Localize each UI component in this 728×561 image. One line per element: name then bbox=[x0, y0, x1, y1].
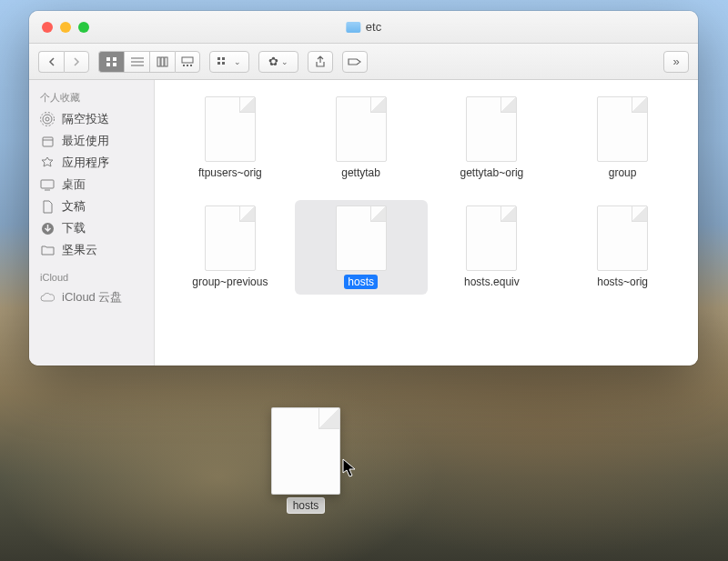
svg-rect-11 bbox=[183, 65, 185, 66]
minimize-button[interactable] bbox=[60, 22, 71, 33]
file-item[interactable]: hosts.equiv bbox=[431, 205, 553, 289]
finder-window: etc ⌄ ✿⌄ » 个人收藏 隔空投送 最近使用 bbox=[29, 11, 698, 366]
file-name: ftpusers~orig bbox=[195, 165, 266, 180]
file-item[interactable]: gettytab bbox=[300, 96, 422, 180]
svg-rect-10 bbox=[182, 57, 193, 63]
sidebar-item-label: 桌面 bbox=[62, 176, 86, 193]
nav-buttons bbox=[38, 51, 89, 73]
desktop-icon bbox=[40, 177, 55, 192]
window-title: etc bbox=[346, 20, 381, 34]
sidebar-item-label: 坚果云 bbox=[62, 242, 97, 258]
sidebar-item-label: 最近使用 bbox=[62, 133, 109, 149]
file-item[interactable]: gettytab~orig bbox=[431, 96, 553, 180]
cloud-icon bbox=[40, 290, 55, 305]
svg-rect-0 bbox=[106, 57, 110, 61]
sidebar: 个人收藏 隔空投送 最近使用 应用程序 桌面 文稿 bbox=[29, 80, 155, 366]
file-item[interactable]: hosts bbox=[295, 200, 428, 295]
document-icon bbox=[466, 205, 517, 271]
file-name: group bbox=[605, 165, 641, 180]
svg-rect-15 bbox=[222, 57, 225, 60]
document-icon bbox=[597, 96, 648, 162]
window-body: 个人收藏 隔空投送 最近使用 应用程序 桌面 文稿 bbox=[29, 80, 698, 366]
file-item[interactable]: hosts~orig bbox=[561, 205, 683, 289]
share-button[interactable] bbox=[308, 51, 333, 73]
document-icon bbox=[271, 407, 340, 495]
window-title-text: etc bbox=[366, 20, 381, 34]
file-name: hosts.equiv bbox=[460, 275, 523, 289]
dragged-file-label: hosts bbox=[287, 497, 326, 514]
recents-icon bbox=[40, 134, 55, 148]
action-button[interactable]: ✿⌄ bbox=[258, 51, 298, 73]
applications-icon bbox=[40, 155, 55, 170]
svg-rect-13 bbox=[190, 65, 192, 66]
svg-rect-12 bbox=[187, 65, 188, 66]
traffic-lights bbox=[29, 22, 89, 33]
column-view-button[interactable] bbox=[149, 51, 175, 73]
svg-rect-23 bbox=[41, 180, 54, 188]
view-switcher bbox=[98, 51, 200, 73]
sidebar-item-label: iCloud 云盘 bbox=[62, 289, 122, 306]
file-item[interactable]: group~previous bbox=[169, 205, 291, 289]
file-name: hosts~orig bbox=[593, 275, 652, 289]
document-icon bbox=[597, 205, 648, 271]
sidebar-item-label: 隔空投送 bbox=[62, 111, 109, 127]
svg-rect-9 bbox=[165, 57, 167, 66]
titlebar[interactable]: etc bbox=[29, 11, 698, 44]
file-item[interactable]: ftpusers~orig bbox=[169, 96, 291, 180]
sidebar-item-downloads[interactable]: 下载 bbox=[29, 217, 154, 239]
svg-rect-7 bbox=[157, 57, 160, 66]
svg-rect-16 bbox=[217, 62, 220, 65]
downloads-icon bbox=[40, 221, 55, 235]
sidebar-item-desktop[interactable]: 桌面 bbox=[29, 174, 154, 195]
file-name: gettytab~orig bbox=[457, 165, 528, 180]
favorites-header: 个人收藏 bbox=[29, 87, 154, 108]
dragged-file[interactable]: hosts bbox=[271, 407, 340, 514]
icloud-header: iCloud bbox=[29, 268, 154, 286]
toolbar: ⌄ ✿⌄ » bbox=[29, 44, 698, 80]
sidebar-item-icloud-drive[interactable]: iCloud 云盘 bbox=[29, 286, 154, 308]
file-name: hosts bbox=[344, 275, 378, 289]
svg-rect-2 bbox=[106, 63, 110, 66]
sidebar-item-documents[interactable]: 文稿 bbox=[29, 195, 154, 217]
document-icon bbox=[205, 96, 256, 162]
svg-rect-3 bbox=[113, 63, 116, 66]
file-name: group~previous bbox=[188, 275, 271, 289]
svg-rect-21 bbox=[43, 137, 53, 146]
group-by-button[interactable]: ⌄ bbox=[209, 51, 249, 73]
airdrop-icon bbox=[40, 112, 55, 126]
sidebar-item-label: 应用程序 bbox=[62, 155, 109, 171]
document-icon bbox=[336, 96, 387, 162]
svg-rect-1 bbox=[113, 57, 116, 61]
icon-view-button[interactable] bbox=[98, 51, 124, 73]
tags-button[interactable] bbox=[342, 51, 368, 73]
svg-point-18 bbox=[46, 117, 49, 121]
file-item[interactable]: group bbox=[561, 96, 683, 180]
svg-rect-8 bbox=[161, 57, 164, 66]
zoom-button[interactable] bbox=[78, 22, 89, 33]
file-grid-area[interactable]: ftpusers~origgettytabgettytab~origgroupg… bbox=[155, 80, 698, 366]
document-icon bbox=[205, 205, 256, 271]
back-button[interactable] bbox=[38, 51, 64, 73]
close-button[interactable] bbox=[42, 22, 53, 33]
file-name: gettytab bbox=[338, 165, 384, 180]
svg-rect-17 bbox=[222, 62, 225, 65]
folder-small-icon bbox=[40, 243, 55, 257]
sidebar-item-applications[interactable]: 应用程序 bbox=[29, 152, 154, 174]
document-icon bbox=[336, 205, 387, 271]
sidebar-item-label: 文稿 bbox=[62, 198, 86, 215]
sidebar-item-recents[interactable]: 最近使用 bbox=[29, 130, 154, 152]
gallery-view-button[interactable] bbox=[175, 51, 200, 73]
forward-button[interactable] bbox=[64, 51, 89, 73]
sidebar-item-airdrop[interactable]: 隔空投送 bbox=[29, 108, 154, 130]
svg-rect-14 bbox=[217, 57, 220, 60]
sidebar-item-nutstore[interactable]: 坚果云 bbox=[29, 239, 154, 261]
svg-point-19 bbox=[43, 115, 52, 124]
list-view-button[interactable] bbox=[124, 51, 149, 73]
sidebar-item-label: 下载 bbox=[62, 220, 86, 236]
documents-icon bbox=[40, 199, 55, 214]
folder-icon bbox=[346, 22, 360, 33]
overflow-button[interactable]: » bbox=[663, 51, 689, 73]
document-icon bbox=[466, 96, 517, 162]
